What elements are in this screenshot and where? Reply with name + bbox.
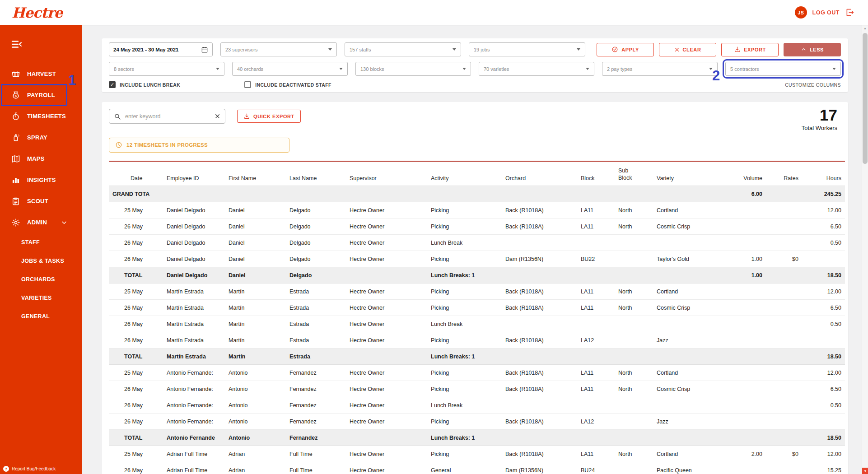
orchards-dropdown[interactable]: 40 orchards [232, 62, 348, 76]
sidebar-item-spray[interactable]: SPRAY [0, 127, 82, 148]
checkbox-include-lunch-break[interactable]: ✓INCLUDE LUNCH BREAK [109, 81, 180, 88]
checkbox-include-deactivated-staff[interactable]: INCLUDE DEACTIVATED STAFF [244, 81, 331, 88]
sidebar-item-label: MAPS [27, 155, 45, 162]
chevron-down-icon [61, 219, 67, 226]
pay-types-dropdown[interactable]: 2 pay types [602, 62, 718, 76]
chevron-down-icon [577, 48, 580, 51]
column-header-volume: Volume [730, 161, 766, 186]
supervisors-dropdown[interactable]: 23 supervisors [220, 42, 337, 56]
checkbox-unchecked-icon[interactable] [244, 81, 251, 88]
top-header: Hectre JS LOG OUT [0, 0, 868, 25]
sidebar-subitem-jobs-tasks[interactable]: JOBS & TASKS [0, 251, 82, 270]
payroll-table: DateEmployee IDFirst NameLast NameSuperv… [109, 161, 845, 474]
sidebar-item-label: ADMIN [27, 219, 47, 226]
sidebar-item-label: SPRAY [27, 134, 47, 141]
clear-search-icon[interactable] [215, 113, 220, 119]
column-header-last-name: Last Name [286, 161, 346, 186]
avatar[interactable]: JS [795, 6, 807, 19]
sidebar-subitem-general[interactable]: GENERAL [0, 307, 82, 325]
column-header-rates: Rates [766, 161, 802, 186]
quick-export-button[interactable]: QUICK EXPORT [237, 110, 301, 123]
checkbox-label: INCLUDE LUNCH BREAK [120, 82, 180, 88]
table-row: 26 MayAntonio Fernande:AntonioFernandezH… [109, 414, 845, 430]
chevron-down-icon [832, 68, 836, 70]
insights-icon [11, 176, 20, 185]
payroll-table-card: QUICK EXPORT 17 Total Workers 12 TIMESHE… [102, 102, 848, 474]
apply-button[interactable]: APPLY [597, 43, 654, 56]
clear-button[interactable]: CLEAR [659, 43, 716, 56]
table-row: 26 MayAntonio Fernande:AntonioFernandezH… [109, 381, 845, 397]
table-row: 25 MayAdrian Full TimeAdrianFull TimeHec… [109, 446, 845, 462]
filter-panel: 24 May 2021 - 30 May 2021 23 supervisors… [102, 38, 848, 92]
jobs-dropdown[interactable]: 19 jobs [469, 42, 585, 56]
varieties-dropdown[interactable]: 70 varieties [479, 62, 594, 76]
main-content: 24 May 2021 - 30 May 2021 23 supervisors… [82, 25, 868, 474]
scrollbar[interactable]: ▲ ▼ [862, 25, 868, 474]
table-row: 25 MayAntonio Fernande:AntonioFernandezH… [109, 365, 845, 381]
sidebar-item-scout[interactable]: SCOUT [0, 191, 82, 212]
search-input[interactable] [125, 113, 210, 120]
checkbox-checked-icon[interactable]: ✓ [109, 81, 116, 88]
column-header-supervisor: Supervisor [346, 161, 427, 186]
chevron-up-icon [801, 46, 807, 52]
export-button[interactable]: EXPORT [721, 43, 779, 56]
total-workers: 17 Total Workers [802, 107, 841, 131]
payroll-icon: $ [11, 91, 20, 100]
sidebar-item-payroll[interactable]: $PAYROLL1 [0, 84, 82, 106]
sidebar-item-harvest[interactable]: HARVEST [0, 63, 82, 84]
table-toolbar: QUICK EXPORT 17 Total Workers [109, 109, 841, 131]
scrollbar-thumb[interactable] [863, 33, 868, 164]
sidebar-item-insights[interactable]: INSIGHTS [0, 169, 82, 191]
sidebar-item-label: INSIGHTS [27, 177, 56, 183]
staffs-dropdown[interactable]: 157 staffs [345, 42, 461, 56]
menu-collapse-icon[interactable] [0, 25, 82, 63]
sidebar-item-label: SCOUT [27, 198, 48, 204]
column-header-block: Block [577, 161, 615, 186]
sidebar-item-label: HARVEST [27, 70, 56, 77]
report-bug-link[interactable]: ? Report Bug/Feedback [3, 466, 56, 472]
sidebar-item-timesheets[interactable]: TIMESHEETS [0, 106, 82, 127]
sidebar-item-admin[interactable]: ADMIN [0, 212, 82, 233]
customize-columns-button[interactable]: CUSTOMIZE COLUMNS [785, 82, 841, 88]
chevron-down-icon [462, 68, 466, 70]
table-row: 26 MayAntonio Fernande:AntonioFernandezH… [109, 397, 845, 414]
sectors-dropdown[interactable]: 8 sectors [109, 62, 224, 76]
sidebar-subitem-varieties[interactable]: VARIETIES [0, 288, 82, 307]
chevron-down-icon [709, 68, 713, 70]
harvest-icon [11, 70, 20, 79]
check-circle-icon [611, 46, 618, 53]
total-workers-label: Total Workers [802, 125, 837, 131]
filter-actions: APPLY CLEAR EXPORT LESS [597, 43, 841, 56]
dropdown-value: 2 pay types [607, 66, 632, 72]
app-logo: Hectre [12, 5, 62, 21]
clock-icon [115, 141, 122, 149]
scroll-up-arrow[interactable]: ▲ [862, 25, 868, 31]
scroll-down-arrow[interactable]: ▼ [862, 468, 868, 474]
table-row: 26 MayMartín EstradaMartínEstradaHectre … [109, 300, 845, 316]
maps-icon [11, 154, 20, 163]
sidebar: HARVEST$PAYROLL1TIMESHEETSSPRAYMAPSINSIG… [0, 25, 82, 474]
logout-button[interactable]: LOG OUT [812, 9, 840, 16]
sidebar-subitem-orchards[interactable]: ORCHARDS [0, 270, 82, 288]
less-button[interactable]: LESS [784, 43, 841, 56]
column-header-activity: Activity [427, 161, 502, 186]
table-row: 26 MayAdrian Full TimeAdrianFull TimeHec… [109, 462, 845, 474]
column-header-hours: Hours [802, 161, 845, 186]
timesheets-warning-text: 12 TIMESHEETS IN PROGRESS [126, 142, 208, 148]
spray-icon [11, 133, 20, 142]
table-total-row: TOTALAntonio FernandeAntonioFernandezLun… [109, 430, 845, 446]
blocks-dropdown[interactable]: 130 blocks [355, 62, 471, 76]
date-range-input[interactable]: 24 May 2021 - 30 May 2021 [109, 42, 213, 56]
logout-icon[interactable] [845, 8, 854, 17]
dropdown-value: 70 varieties [484, 66, 509, 72]
checkbox-label: INCLUDE DEACTIVATED STAFF [255, 82, 331, 88]
x-icon [674, 47, 680, 52]
sidebar-item-maps[interactable]: MAPS [0, 148, 82, 169]
help-icon: ? [3, 466, 9, 472]
sidebar-subitem-staff[interactable]: STAFF [0, 233, 82, 251]
table-row: 25 MayMartín EstradaMartínEstradaHectre … [109, 283, 845, 300]
table-row: 26 MayMartín EstradaMartínEstradaHectre … [109, 332, 845, 349]
contractors-dropdown[interactable]: 5 contractors2 [725, 62, 841, 76]
table-row: 26 MayDaniel DelgadoDanielDelgadoHectre … [109, 218, 845, 235]
timesheets-warning-badge[interactable]: 12 TIMESHEETS IN PROGRESS [109, 138, 289, 153]
